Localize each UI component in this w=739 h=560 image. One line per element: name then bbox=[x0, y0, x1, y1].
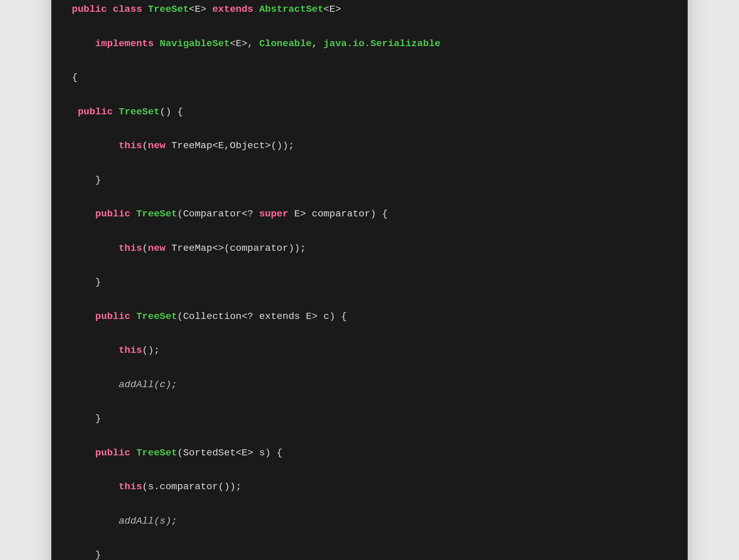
code-line-9: } bbox=[72, 274, 667, 291]
code-line-10: public TreeSet(Collection<? extends E> c… bbox=[72, 308, 667, 325]
code-line-13: } bbox=[72, 410, 667, 427]
code-line-8: this(new TreeMap<>(comparator)); bbox=[72, 240, 667, 257]
code-line-2: implements NavigableSet<E>, Cloneable, j… bbox=[72, 35, 667, 52]
code-line-1: public class TreeSet<E> extends Abstract… bbox=[72, 1, 667, 18]
code-line-12: addAll(c); bbox=[72, 376, 667, 393]
code-line-16: addAll(s); bbox=[72, 513, 667, 530]
code-line-11: this(); bbox=[72, 342, 667, 359]
main-card: 在看一下TreeSet public class TreeSet<E> exte… bbox=[51, 0, 688, 560]
code-line-17: } bbox=[72, 547, 667, 560]
code-line-7: public TreeSet(Comparator<? super E> com… bbox=[72, 206, 667, 223]
code-window: public class TreeSet<E> extends Abstract… bbox=[51, 0, 688, 560]
code-line-6: } bbox=[72, 172, 667, 189]
code-line-5: this(new TreeMap<E,Object>()); bbox=[72, 137, 667, 154]
code-line-4: public TreeSet() { bbox=[72, 104, 667, 121]
code-block: public class TreeSet<E> extends Abstract… bbox=[51, 0, 688, 560]
code-line-15: this(s.comparator()); bbox=[72, 478, 667, 495]
code-line-14: public TreeSet(SortedSet<E> s) { bbox=[72, 445, 667, 462]
code-line-3: { bbox=[72, 69, 667, 86]
